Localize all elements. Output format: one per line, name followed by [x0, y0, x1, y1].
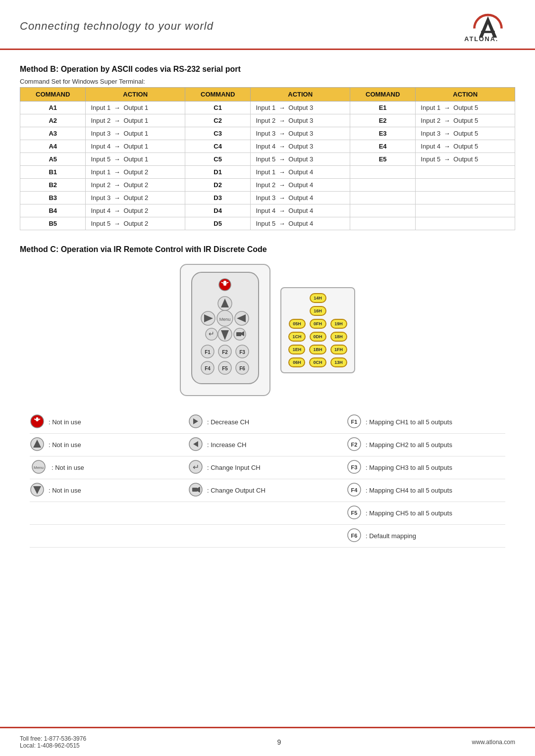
svg-text:F3: F3 — [351, 464, 358, 470]
remote-control-diagram: Menu ↵ F1 F2 F3 — [180, 264, 270, 396]
svg-text:ATLONA.: ATLONA. — [464, 35, 498, 43]
f2-icon: F2 — [347, 437, 362, 453]
svg-text:F3: F3 — [240, 350, 246, 355]
method-c-heading: Method C: Operation via IR Remote Contro… — [20, 245, 515, 254]
ir-0dh: 0DH — [310, 332, 326, 342]
col-header-action3: ACTION — [416, 88, 515, 101]
command-table: COMMAND ACTION COMMAND ACTION COMMAND AC… — [20, 87, 515, 230]
ir-1eh: 1EH — [288, 345, 305, 354]
table-row: B4Input 4 → Output 2D4Input 4 → Output 4 — [20, 204, 515, 217]
f4-icon: F4 — [347, 482, 362, 499]
ir-0ch: 0CH — [309, 357, 326, 367]
svg-text:Menu: Menu — [34, 465, 44, 470]
remote-area: Menu ↵ F1 F2 F3 — [20, 264, 515, 396]
legend-output-text: : Change Output CH — [207, 487, 266, 494]
logo-area: ATLONA. — [461, 9, 515, 44]
decrease-icon — [188, 414, 203, 430]
legend-f3-text: : Mapping CH3 to all 5 outputs — [366, 464, 452, 471]
table-row: A5Input 5 → Output 1C5Input 5 → Output 3… — [20, 153, 515, 166]
legend-up: : Not in use — [30, 434, 188, 456]
footer-toll-free: Toll free: 1-877-536-3976 — [20, 735, 86, 742]
legend-power-text: : Not in use — [49, 418, 81, 426]
power-icon — [30, 414, 45, 430]
col-header-command1: COMMAND — [20, 88, 86, 101]
legend-decrease: : Decrease CH — [188, 411, 347, 434]
down-icon — [30, 482, 45, 499]
legend-f1-text: : Mapping CH1 to all 5 outputs — [366, 418, 452, 426]
legend-up-text: : Not in use — [49, 441, 81, 449]
legend-f2-text: : Mapping CH2 to all 5 outputs — [366, 441, 452, 449]
legend-f2: F2 : Mapping CH2 to all 5 outputs — [347, 434, 505, 456]
legend-enter: ↵ : Change Input CH — [188, 456, 347, 479]
ir-row-1: 14H — [288, 293, 347, 303]
legend-grid: : Not in use : Decrease CH F1 : Mapping … — [20, 411, 515, 548]
table-row: B5Input 5 → Output 2D5Input 5 → Output 4 — [20, 217, 515, 230]
ir-0fh: 0FH — [310, 319, 326, 329]
legend-increase: : Increase CH — [188, 434, 347, 456]
method-b-heading: Method B: Operation by ASCII codes via R… — [20, 65, 515, 74]
enter-icon: ↵ — [188, 459, 203, 476]
ir-06h: 06H — [288, 357, 305, 367]
atlona-logo: ATLONA. — [461, 9, 515, 44]
up-icon — [30, 437, 45, 453]
ir-codes-box: 14H 16H 05H 0FH 19H 1CH 0DH 18H 1EH 1BH — [280, 287, 355, 373]
col-header-action1: ACTION — [86, 88, 185, 101]
table-row: B3Input 3 → Output 2D3Input 3 → Output 4 — [20, 192, 515, 204]
svg-rect-54 — [192, 488, 197, 492]
ir-1ch: 1CH — [288, 332, 305, 342]
method-b-sub-heading: Command Set for Windows Super Terminal: — [20, 78, 515, 85]
legend-f5-text: : Mapping CH5 to all 5 outputs — [366, 509, 452, 517]
legend-f6: F6 : Default mapping — [347, 525, 505, 548]
table-row: A4Input 4 → Output 1C4Input 4 → Output 3… — [20, 140, 515, 153]
table-row: A3Input 3 → Output 1C3Input 3 → Output 3… — [20, 127, 515, 140]
footer-local: Local: 1-408-962-0515 — [20, 742, 86, 749]
ir-row-3: 05H 0FH 19H — [288, 319, 347, 329]
ir-18h: 18H — [330, 332, 347, 342]
svg-text:F2: F2 — [222, 350, 228, 355]
svg-marker-0 — [479, 16, 497, 38]
legend-empty-3 — [30, 525, 188, 548]
legend-power: : Not in use — [30, 411, 188, 434]
table-row: B1Input 1 → Output 2D1Input 1 → Output 4 — [20, 166, 515, 179]
header: Connecting technology to your world ATLO… — [0, 0, 535, 50]
main-content: Method B: Operation by ASCII codes via R… — [0, 50, 535, 557]
col-header-command2: COMMAND — [185, 88, 250, 101]
ir-row-2: 16H — [288, 306, 347, 316]
legend-f6-text: : Default mapping — [366, 532, 416, 540]
legend-increase-text: : Increase CH — [207, 441, 246, 449]
f6-icon: F6 — [347, 528, 362, 544]
svg-text:F4: F4 — [205, 366, 211, 371]
svg-text:F5: F5 — [351, 510, 358, 516]
increase-icon — [188, 437, 203, 453]
legend-f4-text: : Mapping CH4 to all 5 outputs — [366, 487, 452, 494]
svg-text:↵: ↵ — [193, 463, 199, 471]
svg-text:F5: F5 — [222, 366, 228, 371]
legend-down-text: : Not in use — [49, 487, 81, 494]
remote-svg: Menu ↵ F1 F2 F3 — [187, 270, 264, 389]
footer-page: 9 — [277, 738, 281, 746]
table-row: A1Input 1 → Output 1C1Input 1 → Output 3… — [20, 101, 515, 114]
ir-1fh: 1FH — [330, 345, 347, 354]
svg-text:F2: F2 — [351, 442, 358, 448]
footer: Toll free: 1-877-536-3976 Local: 1-408-9… — [0, 727, 535, 756]
svg-text:F6: F6 — [351, 533, 358, 539]
svg-rect-1 — [481, 31, 495, 33]
legend-menu-text: : Not in use — [52, 464, 84, 471]
legend-f1: F1 : Mapping CH1 to all 5 outputs — [347, 411, 505, 434]
legend-menu: Menu : Not in use — [30, 456, 188, 479]
ir-row-6: 06H 0CH 13H — [288, 357, 347, 367]
footer-website: www.atlona.com — [472, 739, 515, 746]
svg-rect-19 — [236, 332, 241, 336]
f5-icon: F5 — [347, 505, 362, 521]
ir-14h: 14H — [310, 293, 326, 303]
ir-13h: 13H — [330, 357, 347, 367]
output-icon — [188, 482, 203, 499]
svg-rect-34 — [36, 417, 39, 421]
ir-16h: 16H — [310, 306, 326, 316]
col-header-command3: COMMAND — [350, 88, 415, 101]
legend-output: : Change Output CH — [188, 479, 347, 502]
col-header-action2: ACTION — [251, 88, 350, 101]
ir-row-4: 1CH 0DH 18H — [288, 332, 347, 342]
legend-empty-1 — [30, 502, 188, 525]
ir-19h: 19H — [330, 319, 347, 329]
